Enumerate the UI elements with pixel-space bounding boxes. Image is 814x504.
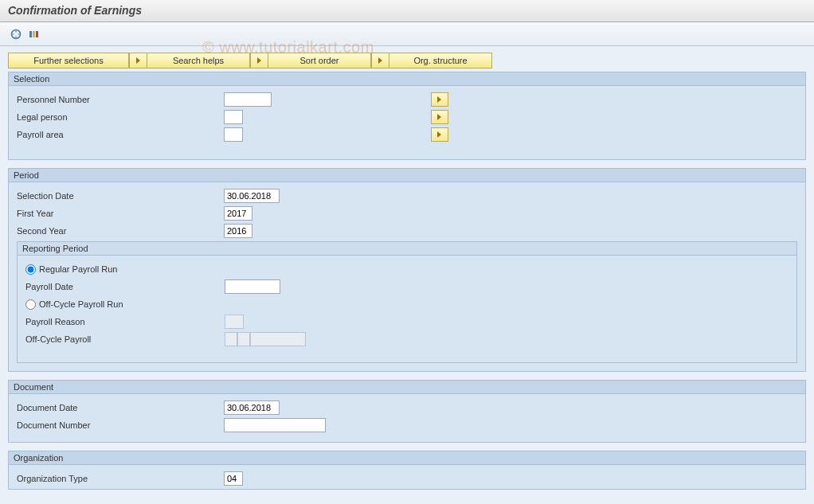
payroll-area-input[interactable]	[224, 127, 243, 142]
regular-payroll-radio-input[interactable]	[25, 264, 36, 275]
further-selections-label: Further selections	[9, 56, 128, 65]
payroll-reason-input	[225, 315, 244, 329]
document-date-label: Document Date	[17, 403, 128, 412]
selection-date-label: Selection Date	[17, 191, 128, 201]
personnel-number-label: Personnel Number	[17, 95, 128, 104]
organization-type-input[interactable]	[224, 471, 243, 486]
search-helps-label: Search helps	[147, 56, 249, 65]
period-group: Period Selection Date First Year Second …	[8, 168, 806, 372]
variant-icon[interactable]	[25, 26, 41, 42]
offcycle-payroll-label: Off-Cycle Payroll Run	[39, 299, 123, 309]
search-helps-button[interactable]: Search helps	[129, 53, 250, 68]
svg-rect-1	[29, 31, 32, 37]
payroll-reason-label: Payroll Reason	[25, 317, 129, 326]
offcycle-v3-input	[250, 332, 306, 346]
document-number-input[interactable]	[224, 418, 326, 432]
organization-type-label: Organization Type	[17, 474, 128, 483]
document-date-input[interactable]	[224, 400, 280, 415]
regular-payroll-label: Regular Payroll Run	[39, 264, 117, 274]
arrow-right-icon	[130, 53, 147, 68]
legal-person-multi-icon[interactable]	[431, 110, 448, 124]
title-bar: Confirmation of Earnings	[0, 0, 814, 22]
payroll-date-label: Payroll Date	[25, 282, 129, 291]
document-number-label: Document Number	[17, 420, 128, 430]
execute-icon[interactable]	[8, 26, 24, 42]
period-group-title: Period	[9, 169, 805, 182]
reporting-period-title: Reporting Period	[18, 242, 796, 256]
payroll-date-input[interactable]	[225, 279, 280, 294]
svg-rect-2	[33, 31, 35, 37]
legal-person-label: Legal person	[17, 112, 128, 122]
first-year-label: First Year	[17, 209, 128, 218]
arrow-right-icon	[372, 53, 389, 68]
selection-date-input[interactable]	[224, 189, 280, 203]
document-group-title: Document	[9, 381, 805, 394]
second-year-input[interactable]	[224, 224, 252, 238]
content-area: Further selections Search helps Sort ord…	[0, 46, 814, 504]
selection-buttons: Further selections Search helps Sort ord…	[8, 53, 806, 68]
further-selections-button[interactable]: Further selections	[8, 53, 129, 68]
offcycle-payroll-radio-input[interactable]	[25, 299, 36, 310]
org-structure-label: Org. structure	[389, 56, 491, 65]
offcycle-v2-input	[237, 332, 250, 346]
app-toolbar	[0, 22, 814, 46]
regular-payroll-radio[interactable]: Regular Payroll Run	[25, 264, 117, 275]
payroll-area-label: Payroll area	[17, 130, 128, 139]
document-group: Document Document Date Document Number	[8, 380, 806, 443]
reporting-period-group: Reporting Period Regular Payroll Run Pay…	[17, 241, 797, 363]
legal-person-input[interactable]	[224, 110, 243, 124]
sort-order-button[interactable]: Sort order	[250, 53, 371, 68]
first-year-input[interactable]	[224, 206, 252, 221]
page-title: Confirmation of Earnings	[8, 4, 142, 17]
payroll-area-multi-icon[interactable]	[431, 127, 448, 142]
sort-order-label: Sort order	[268, 56, 370, 65]
arrow-right-icon	[251, 53, 268, 68]
personnel-number-multi-icon[interactable]	[431, 92, 448, 107]
second-year-label: Second Year	[17, 226, 128, 236]
personnel-number-input[interactable]	[224, 92, 272, 107]
offcycle-payroll-radio[interactable]: Off-Cycle Payroll Run	[25, 299, 123, 310]
selection-group-title: Selection	[9, 72, 805, 86]
selection-group: Selection Personnel Number Legal person	[8, 72, 806, 160]
offcycle-v1-input	[225, 332, 237, 346]
organization-group: Organization Organization Type	[8, 451, 806, 490]
org-structure-button[interactable]: Org. structure	[371, 53, 492, 68]
svg-rect-3	[36, 31, 38, 37]
offcycle-payroll-label2: Off-Cycle Payroll	[25, 334, 129, 344]
organization-group-title: Organization	[9, 451, 805, 465]
